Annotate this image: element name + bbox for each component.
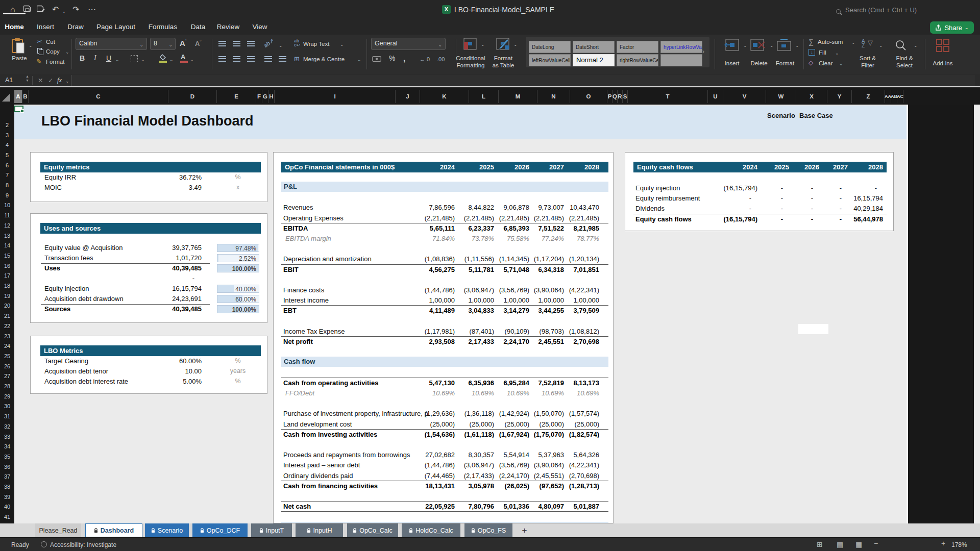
italic-button[interactable]: I <box>94 54 96 62</box>
paste-icon[interactable] <box>11 38 26 54</box>
row-header-27[interactable]: 27 <box>0 371 14 382</box>
opco-panel-cell[interactable]: 1,00,000 <box>551 296 599 304</box>
zoom-level[interactable]: 178% <box>951 541 967 548</box>
number-format-select[interactable]: General ⌄ <box>371 38 446 50</box>
row-header-6[interactable]: 6 <box>0 160 14 170</box>
row-header-12[interactable]: 12 <box>0 220 14 231</box>
column-header-W[interactable]: W <box>766 90 796 103</box>
column-header-S[interactable]: S <box>623 90 628 103</box>
insert-label[interactable]: Insert <box>725 60 740 66</box>
increase-font-icon[interactable]: Aˆ <box>180 39 187 47</box>
normal-view-icon[interactable]: ⊞ <box>817 540 823 548</box>
equity-cash-flows-panel-year-2028[interactable]: 2028 <box>840 163 883 171</box>
uses-sources-panel-row-label[interactable]: Equity value @ Acquisition <box>44 244 152 252</box>
row-header-40[interactable]: 40 <box>0 502 14 512</box>
opco-panel-cell[interactable]: 78.77% <box>551 235 599 242</box>
style-chip-3[interactable]: Factor <box>617 41 658 53</box>
paste-label[interactable]: Paste <box>12 55 27 61</box>
equity-cash-flows-panel-cell[interactable]: 40,29,184 <box>840 205 883 212</box>
align-left-icon[interactable] <box>218 56 226 62</box>
column-header-F[interactable]: F <box>256 90 262 103</box>
column-header-I[interactable]: I <box>275 90 396 103</box>
sort-filter-label-1[interactable]: Sort & <box>860 55 876 61</box>
currency-format-icon[interactable] <box>372 56 381 62</box>
equity-metrics-panel-header[interactable]: Equity metrics <box>40 162 261 172</box>
save-as-icon[interactable] <box>37 5 45 12</box>
column-header-T[interactable]: T <box>628 90 708 103</box>
addins-label[interactable]: Add-ins <box>933 60 953 66</box>
sheet-tab-please_read[interactable]: Please_Read <box>35 523 81 537</box>
sort-filter-icon[interactable]: AZ▽ <box>862 39 865 48</box>
sheet-tab-dashboard[interactable]: Dashboard <box>85 523 142 537</box>
zoom-out-icon[interactable]: − <box>874 539 878 547</box>
row-header-10[interactable]: 10 <box>0 201 14 211</box>
row-header-8[interactable]: 8 <box>0 180 14 190</box>
equity-cash-flows-panel-row-label[interactable]: Dividends <box>635 205 722 212</box>
opco-panel-cell[interactable]: 3,79,509 <box>551 307 599 314</box>
column-header-Z[interactable]: Z <box>852 90 885 103</box>
row-header-41[interactable]: 41 <box>0 512 14 522</box>
opco-panel-cell[interactable]: (1,28,713) <box>551 482 599 490</box>
autosum-icon[interactable]: ∑ <box>808 38 814 46</box>
row-header-25[interactable]: 25 <box>0 351 14 361</box>
enter-icon[interactable]: ✓ <box>48 77 53 84</box>
page-title[interactable]: LBO Financial Model Dashboard <box>41 113 254 129</box>
format-table-label-1[interactable]: Format <box>494 55 512 61</box>
opco-panel-cell[interactable]: (2,70,698) <box>551 472 599 480</box>
opco-panel-section[interactable]: P&L <box>281 182 608 192</box>
row-header-19[interactable]: 19 <box>0 291 14 301</box>
uses-sources-panel-pct-value[interactable]: 2.52% <box>239 255 256 262</box>
clear-icon[interactable]: ◇ <box>808 59 813 66</box>
merge-centre-label[interactable]: Merge & Centre <box>303 56 345 62</box>
sheet-tab-inputh[interactable]: InputH <box>296 523 343 537</box>
opco-panel-cell[interactable]: (25,000) <box>551 420 599 428</box>
select-all-corner[interactable] <box>0 90 14 103</box>
menu-tab-insert[interactable]: Insert <box>37 23 54 31</box>
column-header-Y[interactable]: Y <box>827 90 852 103</box>
menu-tab-home[interactable]: Home <box>5 23 24 31</box>
opco-panel-cell[interactable]: (1,57,574) <box>551 410 599 417</box>
equity-metrics-panel-row-value[interactable]: 3.49 <box>153 184 202 191</box>
name-box-stepper[interactable]: ▲▼ <box>26 74 29 83</box>
column-header-J[interactable]: J <box>396 90 420 103</box>
row-header-22[interactable]: 22 <box>0 321 14 331</box>
save-icon[interactable] <box>23 5 31 12</box>
underline-button[interactable]: U <box>106 54 111 62</box>
share-button[interactable]: Share ⌄ <box>930 21 974 34</box>
column-header-P[interactable]: P <box>607 90 612 103</box>
menu-tab-review[interactable]: Review <box>217 23 239 31</box>
row-header-26[interactable]: 26 <box>0 361 14 371</box>
style-chip-empty[interactable] <box>660 54 702 66</box>
decrease-font-icon[interactable]: Aˇ <box>195 40 201 47</box>
uses-sources-panel-pct-value[interactable]: 100.00% <box>232 265 256 272</box>
row-header-20[interactable]: 20 <box>0 301 14 311</box>
column-header-K[interactable]: K <box>420 90 469 103</box>
row-header-4[interactable]: 4 <box>0 140 14 150</box>
stray-cell[interactable] <box>798 324 828 334</box>
menu-tab-draw[interactable]: Draw <box>67 23 84 31</box>
uses-sources-panel-header[interactable]: Uses and sources <box>40 223 261 234</box>
selected-cell-a1[interactable] <box>14 106 23 112</box>
lbo-metrics-panel-row-value[interactable]: 5.00% <box>153 378 202 385</box>
increase-decimal-icon[interactable]: ←.0 <box>420 56 430 62</box>
equity-metrics-panel-row-label[interactable]: Equity IRR <box>44 173 152 181</box>
addins-icon[interactable] <box>936 39 949 52</box>
menu-tab-page-layout[interactable]: Page Layout <box>96 23 135 31</box>
uses-sources-panel-row-value[interactable]: 40,39,485 <box>153 264 202 272</box>
sheet-tab-opco_dcf[interactable]: OpCo_DCF <box>192 523 248 537</box>
merge-centre-icon[interactable]: ⊞ <box>294 55 300 63</box>
page-break-view-icon[interactable]: ▦ <box>855 540 862 548</box>
fill-down-icon[interactable]: ↓ <box>808 49 815 56</box>
find-select-icon[interactable] <box>895 40 906 51</box>
column-header-N[interactable]: N <box>537 90 570 103</box>
style-chip-1[interactable]: DateLong <box>529 41 571 53</box>
scenario-label[interactable]: Scenario <box>767 112 795 119</box>
row-header-13[interactable]: 13 <box>0 231 14 241</box>
column-header-C[interactable]: C <box>29 90 168 103</box>
font-color-icon[interactable]: A <box>181 53 185 61</box>
uses-sources-panel-row-value[interactable]: - <box>153 274 202 282</box>
delete-label[interactable]: Delete <box>750 60 767 66</box>
orientation-icon[interactable]: ab↗ <box>262 37 275 49</box>
equity-cash-flows-panel-row-label[interactable]: Equity cash flows <box>635 215 722 223</box>
accessibility-status[interactable]: Accessibility: Investigate <box>50 541 116 548</box>
